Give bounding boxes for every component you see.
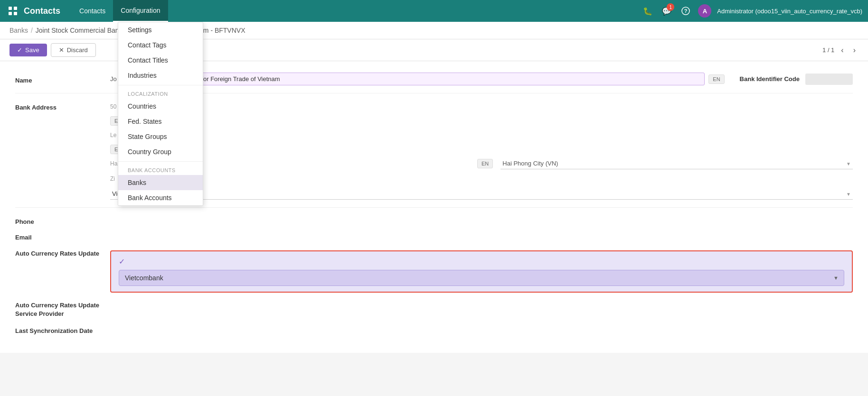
- svg-rect-2: [9, 12, 12, 15]
- discard-button[interactable]: ✕ Discard: [51, 43, 96, 57]
- top-navigation: Contacts Contacts Configuration 🐛 💬 1 ? …: [0, 0, 868, 22]
- address-row-1: 50: [110, 101, 853, 112]
- pagination: 1 / 1 ‹ ›: [822, 45, 859, 55]
- menu-countries[interactable]: Countries: [118, 99, 203, 114]
- auto-currency-row: Auto Currency Rates Update ✓ Vietcombank: [15, 247, 853, 296]
- last-sync-value: [110, 324, 853, 327]
- menu-industries[interactable]: Industries: [118, 68, 203, 83]
- last-sync-row: Last Synchronization Date: [15, 324, 853, 335]
- menu-fed-states[interactable]: Fed. States: [118, 114, 203, 129]
- svg-rect-3: [14, 12, 17, 15]
- city-lang: EN: [477, 159, 493, 168]
- app-grid-icon[interactable]: [6, 4, 20, 18]
- menu-state-groups[interactable]: State Groups: [118, 129, 203, 144]
- city-prefix: Ha: [110, 160, 117, 167]
- chat-icon[interactable]: 💬 1: [660, 4, 673, 18]
- bic-label: Bank Identifier Code: [740, 75, 800, 83]
- address-row-2: Le: [110, 129, 853, 141]
- nav-right: 🐛 💬 1 ? A Administrator (odoo15_viin_aut…: [641, 4, 862, 18]
- nav-contacts[interactable]: Contacts: [72, 0, 113, 22]
- app-name: Contacts: [24, 6, 60, 16]
- checkbox-row: ✓: [119, 257, 844, 266]
- country-row: Vietnam ▼: [110, 188, 853, 200]
- zip-input[interactable]: [119, 173, 853, 184]
- divider-2: [15, 207, 853, 208]
- name-label: Name: [15, 74, 110, 84]
- nav-links: Contacts Configuration: [72, 0, 641, 22]
- checkbox-checkmark[interactable]: ✓: [119, 257, 125, 266]
- country-select[interactable]: Vietnam: [110, 188, 853, 200]
- city-row: Ha EN Hai Phong City (VN) ▼: [110, 158, 853, 169]
- chat-badge: 1: [667, 3, 674, 11]
- service-provider-row: Auto Currency Rates Update Service Provi…: [15, 298, 853, 318]
- menu-contact-titles[interactable]: Contact Titles: [118, 53, 203, 68]
- configuration-dropdown: Settings Contact Tags Contact Titles Ind…: [118, 22, 203, 206]
- name-lang-badge: EN: [708, 74, 724, 84]
- localization-section-label: Localization: [118, 87, 203, 99]
- address-input-2[interactable]: [120, 129, 853, 141]
- avatar[interactable]: A: [698, 4, 711, 18]
- service-provider-label: Auto Currency Rates Update Service Provi…: [15, 298, 110, 318]
- menu-settings[interactable]: Settings: [118, 22, 203, 37]
- nav-configuration[interactable]: Configuration: [113, 0, 168, 22]
- prev-page-button[interactable]: ‹: [838, 45, 846, 55]
- addr-prefix-2: Le: [110, 132, 116, 138]
- city-state-select[interactable]: Hai Phong City (VN): [500, 158, 853, 169]
- bank-accounts-section-label: Bank Accounts: [118, 164, 203, 175]
- zip-prefix: Zi: [110, 175, 115, 182]
- discard-x: ✕: [59, 46, 64, 54]
- phone-value: [110, 215, 853, 218]
- user-label: Administrator (odoo15_viin_auto_currency…: [717, 8, 862, 15]
- help-icon[interactable]: ?: [679, 4, 692, 18]
- address-input-1[interactable]: [120, 101, 853, 112]
- name-prefix: Jo: [110, 75, 117, 83]
- save-button[interactable]: ✓ Save: [9, 44, 47, 56]
- email-label: Email: [15, 231, 110, 241]
- phone-row: Phone: [15, 215, 853, 225]
- menu-divider-1: [118, 85, 203, 85]
- service-provider-select[interactable]: Vietcombank: [119, 270, 844, 286]
- service-provider-wrapper: Vietcombank: [119, 270, 844, 286]
- next-page-button[interactable]: ›: [850, 45, 859, 55]
- zip-row: Zi: [110, 173, 853, 184]
- menu-country-group[interactable]: Country Group: [118, 144, 203, 159]
- menu-divider-2: [118, 161, 203, 162]
- bic-value: [805, 74, 853, 85]
- menu-contact-tags[interactable]: Contact Tags: [118, 37, 203, 53]
- email-row: Email: [15, 231, 853, 241]
- svg-text:?: ?: [684, 8, 688, 14]
- last-sync-label: Last Synchronization Date: [15, 324, 110, 335]
- menu-bank-accounts[interactable]: Bank Accounts: [118, 190, 203, 205]
- menu-banks[interactable]: Banks: [118, 175, 203, 190]
- addr-prefix-1: 50: [110, 103, 116, 110]
- auto-currency-label: Auto Currency Rates Update: [15, 247, 110, 258]
- email-value: [110, 231, 853, 234]
- svg-rect-1: [14, 7, 17, 10]
- bank-address-label: Bank Address: [15, 101, 110, 111]
- save-checkmark: ✓: [17, 46, 22, 54]
- breadcrumb-separator: /: [31, 27, 33, 34]
- name-input[interactable]: [121, 73, 705, 85]
- bug-icon[interactable]: 🐛: [641, 4, 654, 18]
- breadcrumb-parent[interactable]: Banks: [9, 27, 28, 34]
- pagination-count: 1 / 1: [822, 46, 834, 54]
- svg-rect-0: [9, 7, 12, 10]
- phone-label: Phone: [15, 215, 110, 225]
- service-provider-value: [110, 298, 853, 301]
- auto-currency-section: ✓ Vietcombank: [110, 250, 853, 293]
